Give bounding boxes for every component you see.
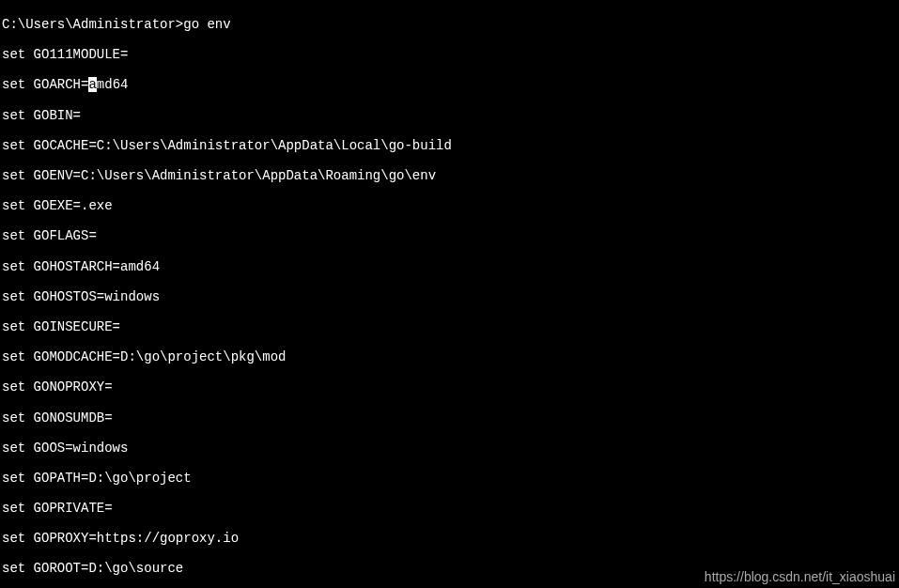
output-line: set GOCACHE=C:\Users\Administrator\AppDa…: [2, 138, 899, 153]
output-line: set GOFLAGS=: [2, 228, 899, 243]
output-line: set GOHOSTARCH=amd64: [2, 259, 899, 274]
output-line: set GOOS=windows: [2, 441, 899, 456]
prompt-command: go env: [183, 17, 230, 32]
highlight-char: a: [88, 77, 96, 92]
output-line: set GO111MODULE=: [2, 47, 899, 62]
output-line: set GOPRIVATE=: [2, 501, 899, 516]
output-line: set GOPROXY=https://goproxy.io: [2, 531, 899, 546]
prompt-path: C:\Users\Administrator>: [2, 17, 183, 32]
terminal-output[interactable]: C:\Users\Administrator>go env set GO111M…: [0, 0, 899, 588]
output-line: set GOEXE=.exe: [2, 198, 899, 213]
output-line: set GOHOSTOS=windows: [2, 289, 899, 304]
output-line: set GOBIN=: [2, 108, 899, 123]
watermark-text: https://blog.csdn.net/it_xiaoshuai: [705, 569, 895, 584]
output-line: set GONOSUMDB=: [2, 410, 899, 426]
output-line: set GOINSECURE=: [2, 319, 899, 334]
output-line: set GONOPROXY=: [2, 379, 899, 395]
output-line: set GOMODCACHE=D:\go\project\pkg\mod: [2, 349, 899, 364]
prompt-line: C:\Users\Administrator>go env: [2, 17, 899, 32]
output-line: set GOENV=C:\Users\Administrator\AppData…: [2, 168, 899, 183]
output-line: set GOPATH=D:\go\project: [2, 471, 899, 486]
output-line: set GOARCH=amd64: [2, 77, 899, 92]
